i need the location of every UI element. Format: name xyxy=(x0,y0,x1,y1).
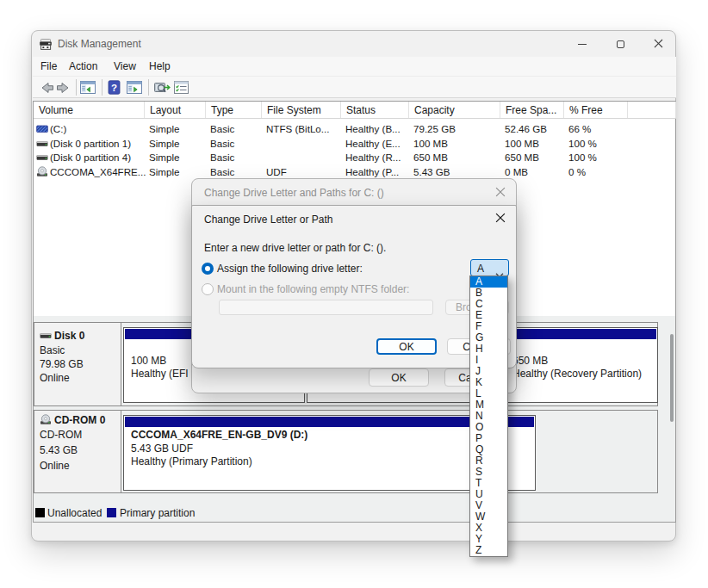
cell-pct: 100 % xyxy=(568,138,597,149)
mount-folder-radio[interactable] xyxy=(202,283,214,295)
help-button[interactable]: ? xyxy=(108,80,121,98)
menu-file[interactable]: File xyxy=(40,60,57,72)
toolbar-separator xyxy=(76,79,77,96)
column-header-label: Type xyxy=(211,104,233,116)
help-icon: ? xyxy=(108,83,121,97)
primary-partition-swatch xyxy=(107,508,116,517)
column-header-type[interactable]: Type xyxy=(206,102,262,118)
maximize-icon xyxy=(617,40,624,48)
cell-free: 650 MB xyxy=(505,152,539,163)
cell-pct: 0 % xyxy=(568,166,586,177)
volume-row[interactable]: CCCOMA_X64FRE...SimpleBasicUDFHealthy (P… xyxy=(34,164,675,178)
partition-name xyxy=(512,341,655,355)
disk-kind: CD-ROM xyxy=(40,429,82,441)
properties-button[interactable] xyxy=(173,80,189,98)
column-header-status[interactable]: Status xyxy=(341,102,409,118)
dialog-prompt: Enter a new drive letter or path for C: … xyxy=(204,242,386,254)
column-header-volume[interactable]: Volume xyxy=(34,102,145,118)
ok-label: OK xyxy=(399,341,413,353)
forward-button[interactable] xyxy=(56,81,71,98)
cell-layout: Simple xyxy=(149,123,179,134)
cell-capacity: 79.25 GB xyxy=(413,123,456,134)
partition-color-bar xyxy=(506,329,656,339)
show-console-tree-icon xyxy=(79,83,96,97)
volume-row[interactable]: (Disk 0 partition 1)SimpleBasicHealthy (… xyxy=(34,135,675,150)
disk-kind: Basic xyxy=(40,344,65,356)
volume-list-header: VolumeLayoutTypeFile SystemStatusCapacit… xyxy=(34,102,676,119)
unallocated-swatch xyxy=(35,508,45,517)
column-header-capacity[interactable]: Capacity xyxy=(409,102,500,118)
column-header-label: Capacity xyxy=(414,104,455,116)
letter-option[interactable]: Z xyxy=(470,545,507,556)
toolbar-separator xyxy=(102,79,102,96)
disk0-label-panel[interactable]: Disk 0 Basic 79.98 GB Online xyxy=(34,323,121,405)
mount-folder-label[interactable]: Mount in the following empty NTFS folder… xyxy=(217,283,409,295)
cell-type: Basic xyxy=(210,123,234,134)
minimize-button[interactable] xyxy=(563,31,601,57)
column-header-free[interactable]: Free Spa... xyxy=(500,102,564,118)
disk-name: Disk 0 xyxy=(54,330,84,342)
cell-type: Basic xyxy=(210,138,234,149)
title-bar[interactable]: Disk Management xyxy=(32,31,675,57)
cell-layout: Simple xyxy=(149,166,179,177)
ok-label: OK xyxy=(391,372,406,384)
column-header-layout[interactable]: Layout xyxy=(145,102,206,118)
export-list-icon xyxy=(153,83,171,97)
cell-volume: (Disk 0 partition 1) xyxy=(50,138,131,149)
cell-status: Healthy (R... xyxy=(345,152,401,163)
menu-view[interactable]: View xyxy=(114,60,136,72)
column-header-file[interactable]: File System xyxy=(262,102,341,118)
primary-partition-label: Primary partition xyxy=(120,507,195,519)
cell-capacity: 650 MB xyxy=(413,152,448,163)
disk-size: 79.98 GB xyxy=(40,358,84,370)
disk-name: CD-ROM 0 xyxy=(54,414,105,426)
volume-row[interactable]: (C:)SimpleBasicNTFS (BitLo...Healthy (B.… xyxy=(34,121,675,135)
cell-pct: 66 % xyxy=(568,123,591,134)
drive-letter-combobox[interactable]: A xyxy=(470,259,509,276)
menu-help[interactable]: Help xyxy=(149,60,171,72)
properties-icon xyxy=(173,83,189,97)
cell-status: Healthy (E... xyxy=(345,138,401,149)
cdrom-label-panel[interactable]: CD-ROM 0 CD-ROM 5.43 GB Online xyxy=(34,411,121,492)
cell-volume: CCCOMA_X64FRE... xyxy=(50,166,146,177)
column-header-label: Status xyxy=(346,104,376,116)
close-button[interactable] xyxy=(490,212,511,226)
close-button[interactable] xyxy=(490,186,511,200)
cell-fs: NTFS (BitLo... xyxy=(266,123,329,134)
assign-letter-radio[interactable] xyxy=(202,263,214,275)
selected-drive-letter: A xyxy=(477,263,484,275)
legend: Unallocated Primary partition xyxy=(34,507,675,523)
assign-letter-label[interactable]: Assign the following drive letter: xyxy=(217,263,363,275)
cell-free: 0 MB xyxy=(505,166,528,177)
column-header-label: Free Spa... xyxy=(506,104,556,116)
cell-capacity: 100 MB xyxy=(413,138,448,149)
dialog-title: Change Drive Letter and Paths for C: () xyxy=(204,187,384,199)
menu-action[interactable]: Action xyxy=(69,60,97,72)
volume-row[interactable]: (Disk 0 partition 4)SimpleBasicHealthy (… xyxy=(34,149,675,164)
export-list-button[interactable] xyxy=(153,80,171,98)
show-action-pane-button[interactable] xyxy=(126,80,143,98)
partition-size: 650 MB xyxy=(512,355,655,368)
cell-pct: 100 % xyxy=(568,152,597,163)
cdrom-band: CD-ROM 0 CD-ROM 5.43 GB Online CCCOMA_X6… xyxy=(34,410,658,493)
ok-button[interactable]: OK xyxy=(376,338,437,355)
column-header-label: File System xyxy=(267,104,321,116)
column-header-blank xyxy=(628,102,676,118)
cell-layout: Simple xyxy=(149,152,179,163)
ok-button[interactable]: OK xyxy=(369,368,429,387)
recovery-partition-box[interactable]: 650 MB Healthy (Recovery Partition) xyxy=(505,327,658,403)
show-console-tree-button[interactable] xyxy=(79,80,96,98)
back-icon xyxy=(39,83,54,97)
column-header-pct[interactable]: % Free xyxy=(564,102,628,118)
cell-fs: UDF xyxy=(266,166,287,177)
back-button[interactable] xyxy=(39,81,54,98)
desktop: Disk Management FileActionViewHelp ? Vol… xyxy=(0,0,708,588)
unallocated-label: Unallocated xyxy=(47,507,102,519)
close-button[interactable] xyxy=(639,31,677,57)
maximize-button[interactable] xyxy=(601,31,639,57)
cell-type: Basic xyxy=(210,152,234,163)
close-icon xyxy=(654,36,663,52)
ntfs-folder-input[interactable] xyxy=(219,300,433,315)
vertical-scrollbar-thumb[interactable] xyxy=(670,334,674,422)
cdrom-icon xyxy=(36,165,48,181)
